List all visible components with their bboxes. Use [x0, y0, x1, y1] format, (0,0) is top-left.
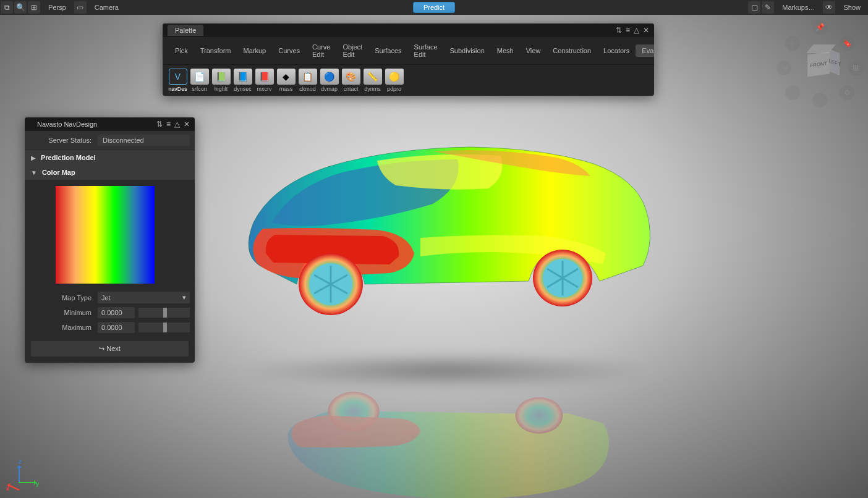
topbar-left: ⧉ 🔍 ⊞ Persp ▭ Camera: [0, 0, 413, 15]
section-prediction-model[interactable]: ▶ Prediction Model: [25, 150, 195, 165]
tool-ckmod[interactable]: 📋ckmod: [297, 69, 318, 92]
next-button[interactable]: Next: [31, 341, 189, 357]
tab-view[interactable]: View: [520, 44, 547, 57]
maximum-slider[interactable]: [138, 323, 190, 332]
chevron-down-icon: ▾: [182, 293, 186, 302]
car-shadow: [241, 352, 649, 389]
maximum-row: Maximum: [25, 320, 195, 335]
search-icon[interactable]: 🔍: [14, 1, 27, 14]
viewport-camera[interactable]: Camera: [87, 4, 126, 11]
topbar-right: ▢ ✎ Markups… 👁 Show: [455, 0, 868, 15]
tool-dvmap[interactable]: 🔵dvmap: [319, 69, 339, 92]
show-button[interactable]: Show: [836, 4, 868, 11]
tool-dynms[interactable]: 📏dynms: [362, 69, 383, 92]
server-status-value: Disconnected: [98, 135, 190, 146]
navdesign-title: Navasto NavDesign: [30, 119, 104, 130]
tab-locators[interactable]: Locators: [597, 44, 636, 57]
tab-curves[interactable]: Curves: [272, 44, 306, 57]
tool-highlt[interactable]: 📗highlt: [211, 69, 231, 92]
palette-title: Palette: [168, 25, 203, 36]
colormap-swatch: [56, 186, 155, 284]
tool-pdpro[interactable]: 🟡pdpro: [384, 69, 404, 92]
viewcube-bookmark-icon[interactable]: 🔖: [840, 36, 854, 51]
new-window-icon[interactable]: ⧉: [1, 1, 13, 14]
palette-close-icon[interactable]: ✕: [643, 26, 649, 35]
predict-button[interactable]: Predict: [413, 2, 455, 13]
tab-evaluate[interactable]: Evaluate: [636, 44, 654, 57]
minimum-input[interactable]: [98, 307, 135, 318]
viewcube-gear-icon[interactable]: ⚙: [840, 85, 854, 100]
axis-z-label: z: [19, 458, 22, 465]
tool-navdes[interactable]: VnavDes: [168, 69, 188, 92]
minimum-label: Minimum: [30, 309, 98, 316]
car-model: [235, 130, 655, 315]
palette-collapse-icon[interactable]: △: [634, 26, 639, 35]
navdesign-menu-icon[interactable]: ≡: [166, 120, 171, 129]
viewcube-left-arrow-icon[interactable]: ◀: [777, 61, 791, 75]
grid-icon[interactable]: ⊞: [28, 1, 40, 14]
viewcube-rotate-icon[interactable]: ↻: [785, 85, 800, 100]
tool-mass[interactable]: ◆mass: [276, 69, 296, 92]
viewcube-home-icon[interactable]: ⌂: [785, 36, 800, 51]
tab-surface-edit[interactable]: Surface Edit: [408, 41, 444, 61]
minimum-slider[interactable]: [138, 308, 190, 318]
viewcube-pin-icon[interactable]: 📌: [812, 20, 827, 35]
tab-construction[interactable]: Construction: [547, 44, 597, 57]
tab-object-edit[interactable]: Object Edit: [336, 41, 368, 61]
markups-button[interactable]: Markups…: [775, 4, 822, 11]
palette-menu-icon[interactable]: ≡: [626, 26, 630, 35]
navdesign-close-icon[interactable]: ✕: [184, 120, 190, 129]
section-color-map[interactable]: ▼ Color Map: [25, 165, 195, 180]
chevron-right-icon: ▶: [31, 154, 36, 161]
car-reflection: [235, 392, 655, 498]
tab-mesh[interactable]: Mesh: [491, 44, 520, 57]
server-status-row: Server Status: Disconnected: [25, 131, 195, 150]
tab-curve-edit[interactable]: Curve Edit: [306, 41, 336, 61]
panel-icon[interactable]: ▢: [748, 1, 760, 14]
navdesign-sort-icon[interactable]: ⇅: [156, 120, 163, 129]
viewcube[interactable]: 📌 ⌂ 🔖 ◀ ⊞ ↻ ＋ ⚙ FRONT LEFT: [777, 19, 863, 105]
navdesign-panel: Navasto NavDesign ⇅ ≡ △ ✕ Server Status:…: [25, 117, 195, 363]
tab-pick[interactable]: Pick: [169, 44, 194, 57]
maximum-label: Maximum: [30, 324, 98, 331]
map-type-label: Map Type: [30, 294, 98, 302]
viewport-3d[interactable]: [210, 105, 680, 371]
viewport-persp[interactable]: Persp: [41, 4, 74, 11]
svg-point-11: [516, 397, 563, 434]
colormap-preview: [25, 180, 195, 290]
tab-transform[interactable]: Transform: [194, 44, 237, 57]
tool-srfcon[interactable]: 📄srfcon: [189, 69, 210, 92]
axis-x-label: x: [6, 486, 9, 492]
tool-mxcrv[interactable]: 📕mxcrv: [254, 69, 274, 92]
tab-markup[interactable]: Markup: [237, 44, 273, 57]
axis-gizmo: z y x: [7, 460, 38, 491]
chevron-down-icon: ▼: [31, 169, 37, 176]
pen-icon[interactable]: ✎: [762, 1, 774, 14]
tab-surfaces[interactable]: Surfaces: [368, 44, 407, 57]
axis-y-label: y: [36, 481, 39, 487]
palette-tabs: Pick Transform Markup Curves Curve Edit …: [163, 37, 654, 65]
map-type-row: Map Type Jet▾: [25, 290, 195, 305]
top-toolbar: ⧉ 🔍 ⊞ Persp ▭ Camera Predict ▢ ✎ Markups…: [0, 0, 868, 15]
viewcube-add-icon[interactable]: ＋: [812, 93, 827, 108]
topbar-center: Predict: [413, 2, 455, 13]
viewcube-left-face[interactable]: LEFT: [830, 49, 840, 75]
palette-panel: Palette ⇅ ≡ △ ✕ Pick Transform Markup Cu…: [163, 23, 654, 96]
palette-header[interactable]: Palette ⇅ ≡ △ ✕: [163, 23, 654, 37]
map-type-dropdown[interactable]: Jet▾: [98, 292, 190, 303]
maximum-input[interactable]: [98, 322, 135, 333]
navdesign-header[interactable]: Navasto NavDesign ⇅ ≡ △ ✕: [25, 117, 195, 131]
eye-icon[interactable]: 👁: [823, 1, 835, 14]
minimum-row: Minimum: [25, 305, 195, 320]
viewcube-front-face[interactable]: FRONT: [807, 51, 830, 77]
tool-dynsec[interactable]: 📘dynsec: [232, 69, 253, 92]
viewcube-settings-icon[interactable]: ⊞: [848, 61, 863, 75]
palette-sort-icon[interactable]: ⇅: [616, 26, 622, 35]
viewcube-cube[interactable]: FRONT LEFT: [807, 49, 837, 79]
camera-icon[interactable]: ▭: [74, 1, 87, 14]
server-status-label: Server Status:: [30, 137, 98, 144]
tool-cntact[interactable]: 🎨cntact: [341, 69, 361, 92]
palette-tools: VnavDes 📄srfcon 📗highlt 📘dynsec 📕mxcrv ◆…: [163, 65, 654, 96]
navdesign-collapse-icon[interactable]: △: [174, 120, 180, 129]
tab-subdivision[interactable]: Subdivision: [444, 44, 491, 57]
